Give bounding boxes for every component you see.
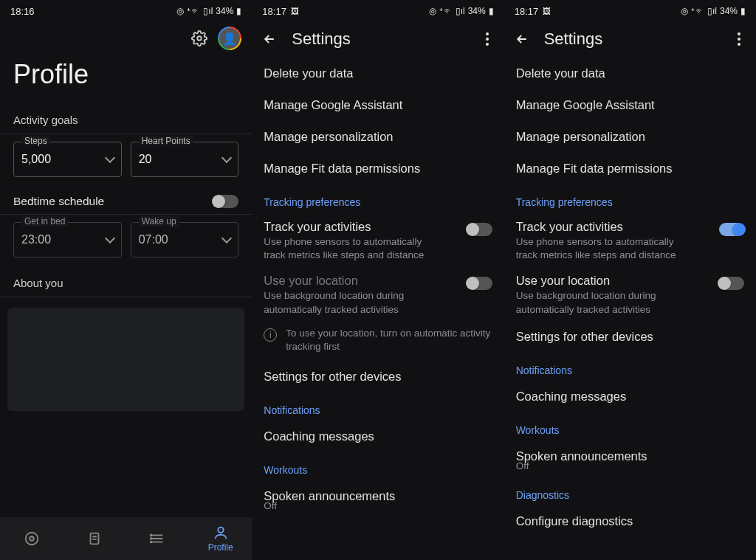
track-title: Track your activities — [516, 220, 712, 234]
hotspot-icon: ◎ — [429, 6, 436, 16]
item-delete-data[interactable]: Delete your data — [504, 58, 756, 89]
item-fit-permissions[interactable]: Manage Fit data permissions — [504, 153, 756, 184]
diagnostics-header: Diagnostics — [504, 477, 756, 505]
nav-profile[interactable]: Profile — [189, 517, 252, 560]
steps-value: 5,000 — [21, 153, 106, 166]
wifi-icon: ⁺ᯤ — [187, 6, 200, 16]
status-bar: 18:16 ◎ ⁺ᯤ ▯ıl 34% ▮ — [0, 0, 252, 22]
wake-up-value: 07:00 — [139, 233, 224, 246]
get-in-bed-field[interactable]: Get in bed 23:00 — [13, 222, 122, 257]
item-coaching[interactable]: Coaching messages — [252, 421, 504, 452]
item-other-devices[interactable]: Settings for other devices — [252, 361, 504, 393]
location-toggle — [467, 277, 492, 290]
more-icon[interactable] — [732, 32, 746, 46]
activity-goals-label: Activity goals — [0, 108, 252, 134]
track-activities-row[interactable]: Track your activities Use phone sensors … — [504, 212, 756, 266]
location-row[interactable]: Use your location Use background locatio… — [504, 266, 756, 320]
svg-point-2 — [30, 536, 34, 541]
status-bar: 18:17 🖼 ◎ ⁺ᯤ ▯ıl 34% ▮ — [252, 0, 504, 22]
chevron-down-icon — [105, 153, 115, 163]
app-bar-title: Settings — [544, 30, 718, 49]
status-right: ◎ ⁺ᯤ ▯ıl 34% ▮ — [176, 6, 241, 16]
location-title: Use your location — [264, 274, 459, 288]
item-personalization[interactable]: Manage personalization — [252, 121, 504, 153]
workouts-header: Workouts — [504, 412, 756, 440]
screen-profile: 18:16 ◎ ⁺ᯤ ▯ıl 34% ▮ 👤 Profile Activity … — [0, 0, 252, 560]
status-time: 18:17 — [262, 6, 286, 17]
battery-icon: ▮ — [489, 6, 494, 16]
chevron-down-icon — [221, 233, 232, 243]
location-sub: Use background location during automatic… — [264, 289, 444, 316]
wifi-icon: ⁺ᯤ — [691, 6, 704, 16]
item-google-assistant[interactable]: Manage Google Assistant — [504, 89, 756, 121]
svg-point-1 — [25, 533, 38, 545]
hotspot-icon: ◎ — [681, 6, 688, 16]
track-toggle[interactable] — [719, 223, 744, 236]
item-other-devices[interactable]: Settings for other devices — [504, 321, 756, 353]
nav-journal[interactable] — [63, 517, 126, 560]
account-avatar[interactable]: 👤 — [218, 27, 241, 50]
steps-legend: Steps — [21, 136, 50, 146]
svg-point-6 — [151, 542, 152, 543]
screenshot-icon: 🖼 — [543, 7, 551, 15]
back-icon[interactable] — [262, 32, 277, 46]
svg-point-7 — [218, 528, 223, 533]
item-personalization[interactable]: Manage personalization — [504, 121, 756, 153]
get-in-bed-value: 23:00 — [21, 233, 106, 246]
wake-up-field[interactable]: Wake up 07:00 — [131, 222, 239, 257]
info-text: To use your location, turn on automatic … — [286, 327, 492, 353]
about-you-label: About you — [0, 260, 252, 297]
location-sub: Use background location during automatic… — [516, 289, 697, 316]
track-title: Track your activities — [264, 220, 459, 234]
status-right: ◎ ⁺ᯤ ▯ıl 34% ▮ — [681, 6, 746, 16]
screen-settings-b: 18:17 🖼 ◎ ⁺ᯤ ▯ıl 34% ▮ Settings Delete y… — [504, 0, 756, 560]
signal-icon: ▯ıl — [203, 6, 213, 16]
battery-text: 34% — [468, 6, 486, 16]
item-configure-diagnostics[interactable]: Configure diagnostics — [504, 505, 756, 537]
track-sub: Use phone sensors to automatically track… — [264, 235, 444, 262]
steps-field[interactable]: Steps 5,000 — [13, 142, 122, 177]
divider — [0, 297, 252, 297]
nav-profile-label: Profile — [208, 542, 233, 553]
location-row: Use your location Use background locatio… — [252, 266, 504, 320]
bedtime-toggle[interactable] — [213, 195, 238, 208]
status-bar: 18:17 🖼 ◎ ⁺ᯤ ▯ıl 34% ▮ — [504, 0, 756, 22]
item-fit-permissions[interactable]: Manage Fit data permissions — [252, 153, 504, 184]
hotspot-icon: ◎ — [176, 6, 184, 16]
more-icon[interactable] — [481, 32, 494, 46]
tracking-header: Tracking preferences — [504, 184, 756, 212]
signal-icon: ▯ıl — [707, 6, 717, 16]
tracking-header: Tracking preferences — [252, 184, 504, 212]
item-coaching[interactable]: Coaching messages — [504, 381, 756, 412]
app-bar-title: Settings — [292, 30, 465, 49]
workouts-header: Workouts — [252, 452, 504, 480]
screen-settings-a: 18:17 🖼 ◎ ⁺ᯤ ▯ıl 34% ▮ Settings Delete y… — [252, 0, 504, 560]
info-row: i To use your location, turn on automati… — [252, 321, 504, 361]
nav-browse[interactable] — [126, 517, 189, 560]
svg-point-5 — [151, 538, 152, 539]
item-google-assistant[interactable]: Manage Google Assistant — [252, 89, 504, 121]
item-delete-data[interactable]: Delete your data — [252, 58, 504, 89]
heart-legend: Heart Points — [139, 136, 193, 146]
heart-points-field[interactable]: Heart Points 20 — [131, 142, 239, 177]
svg-point-0 — [198, 36, 202, 41]
nav-home[interactable] — [0, 517, 63, 560]
location-toggle[interactable] — [719, 277, 744, 290]
battery-text: 34% — [216, 6, 233, 16]
get-in-bed-legend: Get in bed — [21, 216, 68, 227]
track-activities-row[interactable]: Track your activities Use phone sensors … — [252, 212, 504, 266]
page-title: Profile — [0, 52, 252, 108]
battery-icon: ▮ — [236, 6, 241, 16]
track-toggle[interactable] — [467, 223, 492, 236]
signal-icon: ▯ıl — [456, 6, 465, 16]
svg-point-4 — [151, 535, 152, 536]
screenshot-icon: 🖼 — [291, 7, 299, 15]
heart-value: 20 — [139, 153, 224, 166]
info-icon: i — [264, 328, 277, 342]
status-right: ◎ ⁺ᯤ ▯ıl 34% ▮ — [429, 6, 494, 16]
status-time: 18:16 — [10, 6, 35, 17]
back-icon[interactable] — [515, 32, 529, 46]
about-card[interactable] — [7, 308, 244, 411]
gear-icon[interactable] — [191, 30, 207, 46]
track-sub: Use phone sensors to automatically track… — [516, 235, 697, 262]
